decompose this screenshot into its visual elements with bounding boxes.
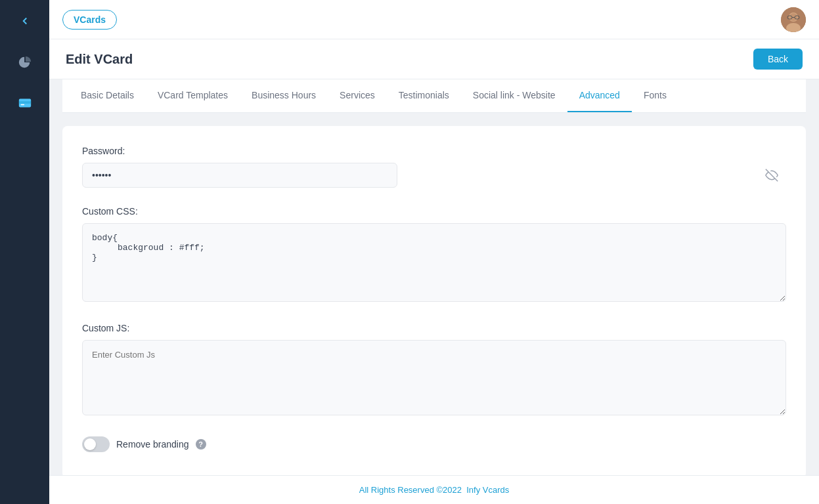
tab-basic-details[interactable]: Basic Details bbox=[69, 79, 146, 112]
password-label: Password: bbox=[82, 146, 786, 156]
footer: All Rights Reserved ©2022 Infy Vcards bbox=[49, 475, 819, 504]
tab-advanced[interactable]: Advanced bbox=[567, 79, 632, 112]
custom-css-label: Custom CSS: bbox=[82, 206, 786, 217]
password-group: Password: bbox=[82, 146, 786, 188]
sidebar-item-analytics[interactable] bbox=[11, 49, 39, 76]
password-input[interactable] bbox=[82, 163, 397, 188]
tab-social-website[interactable]: Social link - Website bbox=[461, 79, 567, 112]
custom-css-group: Custom CSS: body{ backgroud : #fff; } bbox=[82, 206, 786, 304]
tab-testimonials[interactable]: Testimonials bbox=[387, 79, 461, 112]
remove-branding-toggle[interactable] bbox=[82, 436, 110, 452]
footer-brand: Infy Vcards bbox=[466, 485, 509, 495]
remove-branding-row: Remove branding ? bbox=[82, 436, 786, 452]
custom-js-label: Custom JS: bbox=[82, 323, 786, 333]
page-title: Edit VCard bbox=[66, 52, 133, 67]
sidebar bbox=[0, 0, 49, 504]
custom-js-textarea[interactable] bbox=[82, 340, 786, 415]
password-input-wrapper bbox=[82, 163, 786, 188]
avatar-image bbox=[781, 7, 806, 32]
tab-services[interactable]: Services bbox=[328, 79, 387, 112]
tab-fonts[interactable]: Fonts bbox=[632, 79, 678, 112]
content-area: Basic Details VCard Templates Business H… bbox=[49, 79, 819, 475]
svg-rect-2 bbox=[20, 104, 24, 105]
brand-label[interactable]: VCards bbox=[62, 10, 117, 30]
footer-text: All Rights Reserved ©2022 bbox=[359, 485, 462, 495]
custom-js-group: Custom JS: bbox=[82, 323, 786, 418]
tab-business-hours[interactable]: Business Hours bbox=[240, 79, 328, 112]
remove-branding-label: Remove branding bbox=[116, 439, 189, 450]
custom-css-textarea[interactable]: body{ backgroud : #fff; } bbox=[82, 223, 786, 302]
tabs-container: Basic Details VCard Templates Business H… bbox=[62, 79, 806, 113]
page-header: Edit VCard Back bbox=[49, 39, 819, 79]
toggle-password-icon[interactable] bbox=[765, 169, 778, 182]
main-content: VCards Edit VCard Back bbox=[49, 0, 819, 504]
user-avatar[interactable] bbox=[781, 7, 806, 32]
svg-rect-1 bbox=[18, 101, 30, 104]
form-card: Password: Custom CSS: body{ backgro bbox=[62, 126, 806, 475]
sidebar-item-cards[interactable] bbox=[11, 89, 39, 117]
tab-vcard-templates[interactable]: VCard Templates bbox=[146, 79, 240, 112]
back-button[interactable]: Back bbox=[753, 49, 803, 70]
topbar: VCards bbox=[49, 0, 819, 39]
sidebar-toggle[interactable] bbox=[14, 10, 36, 35]
help-icon[interactable]: ? bbox=[196, 439, 206, 450]
